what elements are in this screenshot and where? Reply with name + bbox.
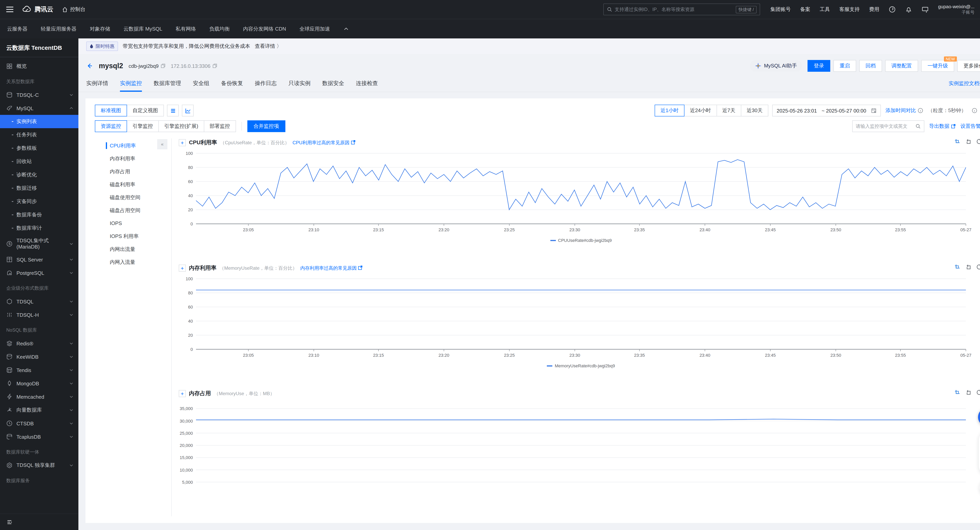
copy-icon[interactable]	[212, 64, 217, 68]
restore-icon[interactable]	[965, 138, 971, 145]
sidebar-item-TDSQL-H[interactable]: TDSQL-H	[0, 308, 78, 322]
sidebar-item-数据库备份[interactable]: 数据库备份	[0, 208, 78, 221]
back-icon[interactable]	[86, 62, 93, 69]
copy-icon[interactable]	[161, 64, 165, 68]
metric-item-CPU利用率[interactable]: CPU利用率	[95, 139, 171, 152]
tab-连接检查[interactable]: 连接检查	[356, 80, 378, 92]
consult-button[interactable]: 咨询	[978, 408, 980, 427]
sidebar-item-回收站[interactable]: 回收站	[0, 155, 78, 168]
action-button-重启[interactable]: 重启	[834, 60, 856, 72]
sidebar-item-Redis®[interactable]: Redis®	[0, 337, 78, 350]
sidebar-item-参数模板[interactable]: 参数模板	[0, 142, 78, 155]
tab-实例监控[interactable]: 实例监控	[120, 80, 142, 92]
sidebar-item-TcaplusDB[interactable]: TcaplusDB	[0, 430, 78, 443]
time-range-近7天[interactable]: 近7天	[716, 105, 741, 116]
action-button-更多操作[interactable]: 更多操作	[957, 60, 980, 72]
set-alarm-link[interactable]: 设置告警	[960, 123, 980, 130]
list-view-icon[interactable]	[167, 105, 179, 116]
sidebar-item-TDSQL-C[interactable]: TDSQL-C	[0, 88, 78, 102]
chart-help-link[interactable]: 内存利用率过高的常见原因	[300, 265, 363, 272]
info-icon[interactable]	[972, 108, 977, 113]
products-nav-item[interactable]: 云数据库 MySQL	[124, 25, 162, 32]
metric-item-IOPS[interactable]: IOPS	[95, 217, 171, 230]
products-nav-item[interactable]: 全球应用加速	[299, 25, 330, 32]
metric-item-磁盘使用空间[interactable]: 磁盘使用空间	[95, 191, 171, 204]
monitor-doc-link[interactable]: 实例监控文档指引	[949, 80, 980, 92]
products-nav-item[interactable]: 负载均衡	[209, 25, 230, 32]
tencent-cloud-logo[interactable]: 腾讯云	[22, 5, 53, 14]
merge-metrics-button[interactable]: 合并监控项	[247, 120, 285, 132]
sidebar-item-数据库审计[interactable]: 数据库审计	[0, 221, 78, 235]
products-nav-item[interactable]: 轻量应用服务器	[41, 25, 76, 32]
tab-操作日志[interactable]: 操作日志	[255, 80, 277, 92]
sidebar-item-任务列表[interactable]: 任务列表	[0, 128, 78, 142]
collapse-products-icon[interactable]	[344, 26, 349, 32]
metric-item-磁盘利用率[interactable]: 磁盘利用率	[95, 178, 171, 191]
banner-detail-link[interactable]: 查看详情 〉	[255, 43, 282, 50]
view-mode-自定义视图[interactable]: 自定义视图	[127, 105, 164, 116]
sidebar-item-KeeWiDB[interactable]: KeeWiDB	[0, 350, 78, 363]
sidebar-item-灾备同步[interactable]: 灾备同步	[0, 195, 78, 208]
sidebar-item-TDSQL 独享集群[interactable]: TDSQL 独享集群	[0, 458, 78, 472]
metric-search-input[interactable]	[856, 124, 915, 129]
collapse-sidebar-icon[interactable]	[6, 519, 13, 525]
action-button-回档[interactable]: 回档	[859, 60, 882, 72]
date-range-picker[interactable]: 2025-05-26 23:01 ~ 2025-05-27 00:00	[772, 105, 881, 116]
sidebar-item-TDSQL集中式 (MariaDB)[interactable]: TDSQL集中式 (MariaDB)	[0, 235, 78, 253]
sidebar-item-实例列表[interactable]: 实例列表	[0, 115, 78, 128]
user-block[interactable]: gupao-weixin@... 子账号	[938, 4, 975, 15]
mysql-ai-assistant-button[interactable]: MySQL AI助手	[750, 60, 802, 72]
sidebar-item-Tendis[interactable]: Tendis	[0, 363, 78, 377]
chart-help-link[interactable]: CPU利用率过高的常见原因	[293, 139, 356, 146]
tab-数据库管理[interactable]: 数据库管理	[154, 80, 181, 92]
topbar-link[interactable]: 费用	[869, 6, 879, 13]
products-nav-item[interactable]: 云服务器	[7, 25, 27, 32]
metric-item-IOPS 利用率[interactable]: IOPS 利用率	[95, 230, 171, 243]
time-range-近30天[interactable]: 近30天	[741, 105, 768, 116]
zoom-select-icon[interactable]	[954, 389, 960, 396]
metric-item-磁盘占用空间[interactable]: 磁盘占用空间	[95, 204, 171, 217]
metric-item-内网入流量[interactable]: 内网入流量	[95, 256, 171, 269]
refresh-chart-icon[interactable]	[976, 389, 980, 396]
monitor-type-引擎监控(扩展)[interactable]: 引擎监控(扩展)	[158, 120, 204, 132]
topbar-link[interactable]: 集团账号	[770, 6, 791, 13]
chart-view-icon[interactable]	[182, 105, 194, 116]
action-button-登录[interactable]: 登录	[808, 60, 830, 72]
add-time-compare-link[interactable]: 添加时间对比	[886, 107, 916, 114]
sidebar-item-Memcached[interactable]: Memcached	[0, 390, 78, 403]
expand-chart-icon[interactable]: +	[179, 264, 186, 272]
sidebar-item-概览[interactable]: 概览	[0, 60, 78, 73]
tab-只读实例[interactable]: 只读实例	[288, 80, 310, 92]
sidebar-item-向量数据库[interactable]: 向量数据库	[0, 403, 78, 417]
tab-安全组[interactable]: 安全组	[193, 80, 209, 92]
zoom-select-icon[interactable]	[954, 138, 960, 145]
sidebar-item-数据迁移[interactable]: 数据迁移	[0, 181, 78, 195]
sidebar-item-TDSQL[interactable]: TDSQL	[0, 295, 78, 308]
expand-chart-icon[interactable]: +	[179, 139, 186, 146]
products-nav-item[interactable]: 内容分发网络 CDN	[243, 25, 286, 32]
metric-item-内存利用率[interactable]: 内存利用率	[95, 152, 171, 165]
sidebar-item-CTSDB[interactable]: CTSDB	[0, 417, 78, 430]
monitor-type-资源监控[interactable]: 资源监控	[95, 120, 127, 132]
zoom-select-icon[interactable]	[954, 264, 960, 270]
action-button-调整配置[interactable]: 调整配置	[885, 60, 918, 72]
view-mode-标准视图[interactable]: 标准视图	[95, 105, 127, 116]
products-nav-item[interactable]: 私有网络	[176, 25, 196, 32]
tab-数据安全[interactable]: 数据安全	[322, 80, 344, 92]
tab-备份恢复[interactable]: 备份恢复	[221, 80, 243, 92]
expand-chart-icon[interactable]: +	[179, 390, 186, 397]
restore-icon[interactable]	[965, 264, 971, 270]
global-search[interactable]: 快捷键 /	[603, 3, 760, 15]
export-data-link[interactable]: 导出数据	[929, 123, 956, 130]
metric-item-内网出流量[interactable]: 内网出流量	[95, 243, 171, 256]
topbar-link[interactable]: 备案	[800, 6, 810, 13]
hamburger-menu-icon[interactable]	[6, 7, 13, 12]
global-search-input[interactable]	[615, 7, 736, 12]
notification-bell-icon[interactable]	[905, 6, 912, 13]
topbar-link[interactable]: 工具	[820, 6, 830, 13]
tab-实例详情[interactable]: 实例详情	[86, 80, 108, 92]
support-icon[interactable]	[889, 6, 896, 13]
monitor-type-部署监控[interactable]: 部署监控	[204, 120, 236, 132]
restore-icon[interactable]	[965, 389, 971, 396]
metric-search[interactable]	[852, 120, 924, 132]
